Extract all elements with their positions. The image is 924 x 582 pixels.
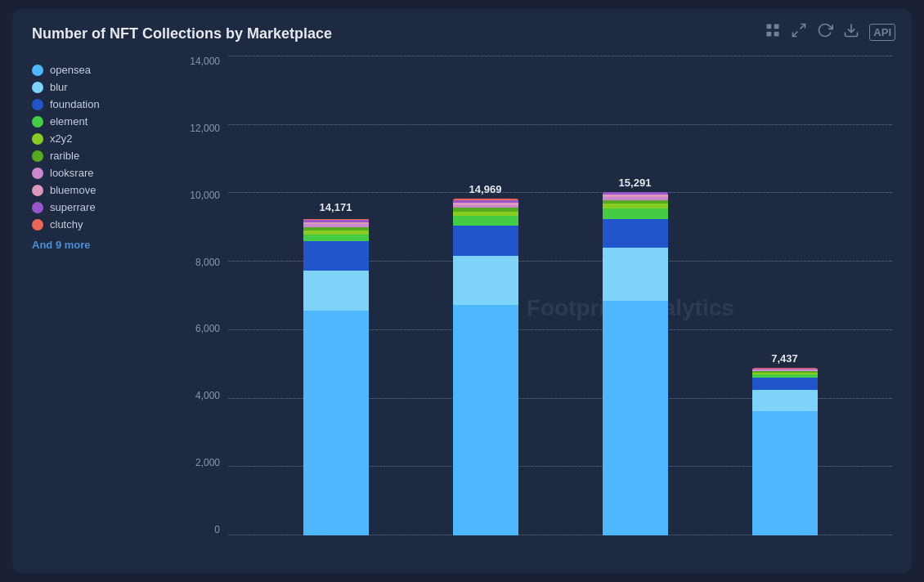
bar-stack-2 bbox=[603, 192, 668, 536]
legend-item-rarible: rarible bbox=[32, 150, 179, 162]
bar-group-3: 7,437 bbox=[752, 352, 818, 535]
legend-item-x2y2: x2y2 bbox=[32, 132, 179, 145]
chart-title: Number of NFT Collections by Marketplace bbox=[32, 25, 892, 43]
bar-segment-blur bbox=[453, 256, 518, 305]
legend-item-blur: blur bbox=[32, 81, 179, 93]
y-axis-label: 6,000 bbox=[195, 323, 220, 334]
svg-line-5 bbox=[793, 32, 798, 37]
legend-item-superrare: superrare bbox=[32, 201, 179, 213]
legend-item-opensea: opensea bbox=[32, 64, 179, 76]
bar-segment-opensea bbox=[752, 411, 818, 535]
legend: opensea blur foundation element x2y2 rar… bbox=[32, 56, 179, 560]
bar-segment-foundation bbox=[603, 219, 668, 248]
y-axis-label: 8,000 bbox=[195, 257, 220, 268]
legend-label-opensea: opensea bbox=[50, 64, 91, 76]
y-axis-label: 2,000 bbox=[195, 457, 220, 468]
expand-icon[interactable] bbox=[791, 22, 807, 43]
svg-rect-2 bbox=[767, 32, 772, 37]
legend-item-clutchy: clutchy bbox=[32, 218, 179, 231]
bar-segment-blur bbox=[752, 390, 818, 411]
bar-segment-element bbox=[603, 208, 668, 219]
legend-dot-bluemove bbox=[32, 185, 43, 196]
legend-dot-opensea bbox=[32, 65, 43, 76]
bars-wrapper: 14,17114,96915,2917,437 bbox=[228, 56, 892, 535]
bar-segment-opensea bbox=[303, 311, 369, 535]
bar-group-2: 15,291 bbox=[603, 177, 668, 536]
svg-rect-0 bbox=[767, 25, 772, 29]
legend-label-looksrare: looksrare bbox=[50, 167, 93, 179]
legend-dot-element bbox=[32, 116, 43, 128]
legend-dot-rarible bbox=[32, 150, 43, 162]
bars-area: Footprint Analytics 14,17114,96915,2917,… bbox=[228, 56, 892, 560]
toolbar: API bbox=[765, 22, 895, 43]
y-axis: 14,00012,00010,0008,0006,0004,0002,0000 bbox=[179, 56, 228, 560]
bar-segment-opensea bbox=[603, 301, 668, 535]
svg-rect-3 bbox=[774, 32, 779, 37]
legend-more[interactable]: And 9 more bbox=[32, 239, 179, 251]
bar-segment-foundation bbox=[303, 241, 369, 271]
y-axis-label: 14,000 bbox=[190, 56, 220, 67]
bar-segment-opensea bbox=[453, 305, 518, 535]
refresh-icon[interactable] bbox=[817, 22, 833, 43]
svg-rect-1 bbox=[774, 25, 779, 29]
download-icon[interactable] bbox=[843, 22, 859, 43]
legend-item-foundation: foundation bbox=[32, 98, 179, 110]
table-icon[interactable] bbox=[765, 22, 781, 43]
bar-value-0: 14,171 bbox=[320, 201, 352, 213]
legend-label-blur: blur bbox=[50, 81, 68, 93]
legend-dot-clutchy bbox=[32, 219, 43, 231]
legend-dot-foundation bbox=[32, 99, 43, 110]
bar-segment-blur bbox=[303, 271, 369, 311]
bar-segment-element bbox=[303, 235, 369, 241]
y-axis-label: 4,000 bbox=[195, 390, 220, 401]
plot-area: 14,00012,00010,0008,0006,0004,0002,0000 bbox=[179, 56, 892, 560]
bar-segment-foundation bbox=[752, 378, 818, 390]
bar-group-0: 14,171 bbox=[303, 201, 369, 535]
api-icon[interactable]: API bbox=[869, 24, 895, 41]
legend-label-rarible: rarible bbox=[50, 150, 79, 162]
y-axis-label: 0 bbox=[214, 524, 220, 535]
bar-value-1: 14,969 bbox=[469, 183, 502, 195]
bar-stack-0 bbox=[303, 217, 369, 535]
legend-label-superrare: superrare bbox=[50, 201, 96, 213]
bar-segment-foundation bbox=[453, 226, 518, 256]
bar-segment-blur bbox=[603, 248, 668, 301]
chart-container: API Number of NFT Collections by Marketp… bbox=[12, 9, 912, 573]
legend-dot-superrare bbox=[32, 202, 43, 213]
legend-dot-blur bbox=[32, 82, 43, 93]
legend-label-bluemove: bluemove bbox=[50, 184, 96, 196]
legend-label-x2y2: x2y2 bbox=[50, 132, 72, 145]
legend-label-element: element bbox=[50, 115, 87, 128]
bar-stack-1 bbox=[453, 199, 518, 535]
y-axis-label: 10,000 bbox=[190, 190, 220, 201]
legend-item-looksrare: looksrare bbox=[32, 167, 179, 179]
legend-dot-x2y2 bbox=[32, 133, 43, 145]
bar-segment-element bbox=[453, 216, 518, 226]
chart-body: opensea blur foundation element x2y2 rar… bbox=[32, 56, 892, 560]
bar-group-1: 14,969 bbox=[453, 183, 518, 535]
legend-label-foundation: foundation bbox=[50, 98, 100, 110]
bar-stack-3 bbox=[752, 368, 818, 535]
bar-value-2: 15,291 bbox=[619, 177, 652, 189]
legend-dot-looksrare bbox=[32, 168, 43, 179]
legend-label-clutchy: clutchy bbox=[50, 218, 83, 231]
legend-item-element: element bbox=[32, 115, 179, 128]
svg-line-4 bbox=[801, 25, 805, 29]
bar-value-3: 7,437 bbox=[771, 352, 798, 365]
legend-item-bluemove: bluemove bbox=[32, 184, 179, 196]
y-axis-label: 12,000 bbox=[190, 123, 220, 134]
chart-area: 14,00012,00010,0008,0006,0004,0002,0000 bbox=[179, 56, 892, 560]
